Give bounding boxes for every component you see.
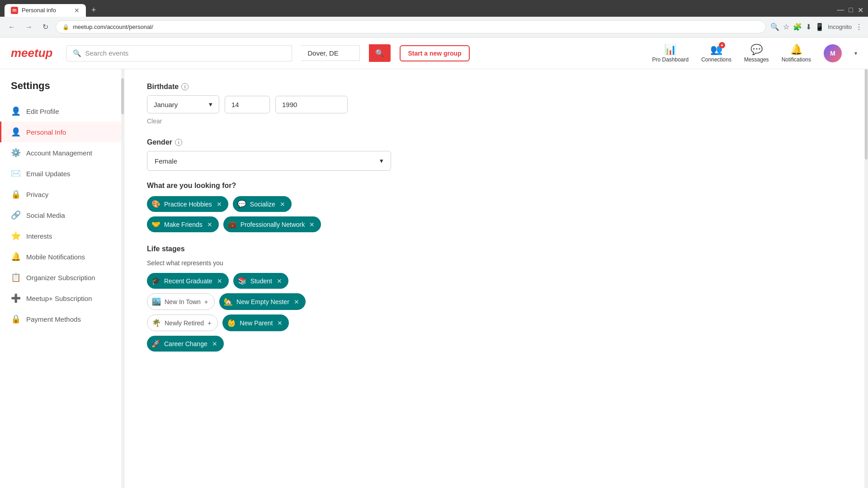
menu-icon[interactable]: ⋮	[855, 23, 863, 31]
birthdate-info-icon[interactable]: i	[181, 83, 189, 90]
notifications-link[interactable]: 🔔 Notifications	[782, 44, 811, 63]
address-bar[interactable]: 🔒 meetup.com/account/personal/	[56, 20, 766, 33]
dashboard-icon: 📊	[664, 44, 676, 56]
forward-button[interactable]: →	[23, 21, 35, 33]
messages-label: Messages	[744, 56, 769, 63]
sidebar-item-edit-profile[interactable]: 👤 Edit Profile	[0, 101, 124, 122]
sidebar-item-meetup-subscription[interactable]: ➕ Meetup+ Subscription	[0, 288, 124, 309]
make-friends-remove-button[interactable]: ✕	[207, 221, 212, 228]
newly-retired-add-button[interactable]: +	[208, 319, 211, 327]
tab-close-button[interactable]: ✕	[74, 7, 80, 14]
life-stages-row4: 🚀 Career Change ✕	[147, 336, 842, 352]
connections-link[interactable]: 👥 ● Connections	[701, 44, 731, 63]
location-bar[interactable]: Dover, DE	[301, 45, 360, 61]
birthdate-year-input[interactable]	[275, 96, 348, 113]
sidebar-item-interests[interactable]: ⭐ Interests	[0, 225, 124, 246]
sidebar-item-organizer-subscription[interactable]: 📋 Organizer Subscription	[0, 267, 124, 288]
maximize-button[interactable]: □	[849, 6, 853, 14]
tag-practice-hobbies[interactable]: 🎨 Practice Hobbies ✕	[147, 196, 228, 212]
sidebar-item-personal-info[interactable]: 👤 Personal Info	[0, 122, 124, 142]
career-change-emoji: 🚀	[151, 339, 160, 348]
download-icon[interactable]: ⬇	[806, 23, 811, 31]
month-value: January	[154, 101, 178, 108]
sidebar-scrollbar-thumb[interactable]	[121, 78, 124, 114]
search-button[interactable]: 🔍	[369, 44, 391, 62]
avatar-chevron[interactable]: ▾	[854, 50, 857, 56]
messages-icon: 💬	[750, 44, 763, 56]
life-stages-title: Life stages	[147, 245, 842, 253]
practice-hobbies-emoji: 🎨	[151, 200, 160, 208]
tag-recent-graduate[interactable]: 🎓 Recent Graduate ✕	[147, 273, 229, 289]
career-change-remove-button[interactable]: ✕	[212, 340, 217, 347]
tag-new-parent[interactable]: 👶 New Parent ✕	[222, 314, 289, 331]
new-parent-remove-button[interactable]: ✕	[277, 319, 283, 327]
sidebar-label-edit-profile: Edit Profile	[26, 108, 59, 115]
new-tab-button[interactable]: +	[88, 4, 100, 17]
month-chevron-icon: ▾	[209, 100, 212, 108]
gender-value: Female	[155, 157, 177, 165]
reload-button[interactable]: ↻	[40, 21, 51, 33]
gender-chevron-icon: ▾	[380, 157, 383, 165]
search-bar-container[interactable]: 🔍 Search events	[66, 45, 292, 61]
main-scrollbar-thumb[interactable]	[865, 69, 868, 160]
lock-icon: 🔒	[62, 24, 69, 30]
connections-label: Connections	[701, 56, 731, 63]
new-empty-nester-remove-button[interactable]: ✕	[294, 298, 299, 305]
birthdate-row: January ▾	[147, 95, 842, 113]
tag-student[interactable]: 📚 Student ✕	[233, 273, 288, 289]
looking-for-tags-row2: 🤝 Make Friends ✕ 💼 Professionally Networ…	[147, 216, 842, 232]
looking-for-title: What are you looking for?	[147, 182, 842, 190]
meetup-logo[interactable]: meetup	[11, 46, 52, 60]
sidebar-item-account-management[interactable]: ⚙️ Account Management	[0, 142, 124, 163]
socialize-remove-button[interactable]: ✕	[280, 201, 285, 208]
start-group-button[interactable]: Start a new group	[400, 45, 469, 61]
birthdate-label: Birthdate i	[147, 83, 842, 91]
practice-hobbies-label: Practice Hobbies	[164, 201, 212, 208]
birthdate-day-input[interactable]	[225, 96, 270, 113]
active-tab[interactable]: m Personal info ✕	[5, 4, 86, 17]
tag-newly-retired[interactable]: 🌴 Newly Retired +	[147, 314, 218, 331]
new-empty-nester-label: New Empty Nester	[236, 298, 289, 305]
sidebar-item-payment-methods[interactable]: 🔒 Payment Methods	[0, 309, 124, 329]
recent-graduate-remove-button[interactable]: ✕	[217, 277, 222, 285]
clear-birthdate-button[interactable]: Clear	[147, 117, 162, 125]
tag-career-change[interactable]: 🚀 Career Change ✕	[147, 336, 224, 352]
social-media-icon: 🔗	[11, 210, 21, 220]
sidebar-item-social-media[interactable]: 🔗 Social Media	[0, 205, 124, 225]
student-remove-button[interactable]: ✕	[277, 277, 282, 285]
tag-make-friends[interactable]: 🤝 Make Friends ✕	[147, 216, 219, 232]
account-management-icon: ⚙️	[11, 148, 21, 158]
sidebar-item-mobile-notifications[interactable]: 🔔 Mobile Notifications	[0, 246, 124, 267]
pro-dashboard-link[interactable]: 📊 Pro Dashboard	[652, 44, 689, 63]
life-stages-subtitle: Select what represents you	[147, 259, 842, 267]
search-toolbar-icon[interactable]: 🔍	[770, 23, 779, 31]
socialize-emoji: 💬	[237, 200, 246, 208]
browser-chrome: m Personal info ✕ + — □ ✕	[0, 0, 868, 17]
new-in-town-add-button[interactable]: +	[204, 298, 208, 305]
life-stages-row1: 🎓 Recent Graduate ✕ 📚 Student ✕	[147, 273, 842, 289]
extensions-icon[interactable]: 🧩	[793, 23, 802, 31]
tab-favicon: m	[11, 7, 18, 14]
student-emoji: 📚	[238, 277, 247, 285]
tag-new-empty-nester[interactable]: 🏡 New Empty Nester ✕	[219, 293, 306, 310]
close-window-button[interactable]: ✕	[858, 6, 863, 14]
sidebar-item-email-updates[interactable]: ✉️ Email Updates	[0, 163, 124, 184]
user-avatar[interactable]: M	[824, 44, 842, 62]
tag-socialize[interactable]: 💬 Socialize ✕	[233, 196, 292, 212]
gender-info-icon[interactable]: i	[175, 139, 182, 146]
gender-select[interactable]: Female ▾	[147, 151, 391, 171]
bookmark-icon[interactable]: ☆	[783, 23, 789, 31]
minimize-button[interactable]: —	[837, 6, 844, 14]
interests-icon: ⭐	[11, 231, 21, 241]
back-button[interactable]: ←	[5, 21, 18, 33]
sidebar-item-privacy[interactable]: 🔒 Privacy	[0, 184, 124, 205]
practice-hobbies-remove-button[interactable]: ✕	[217, 201, 222, 208]
browser-toolbar: ← → ↻ 🔒 meetup.com/account/personal/ 🔍 ☆…	[0, 17, 868, 38]
birthdate-month-select[interactable]: January ▾	[147, 95, 219, 113]
device-icon[interactable]: 📱	[815, 23, 824, 31]
professionally-network-remove-button[interactable]: ✕	[309, 221, 315, 228]
tag-professionally-network[interactable]: 💼 Professionally Network ✕	[223, 216, 321, 232]
messages-link[interactable]: 💬 Messages	[744, 44, 769, 63]
birthdate-section: Birthdate i January ▾ Clear	[147, 83, 842, 136]
tag-new-in-town[interactable]: 🏙️ New In Town +	[147, 293, 215, 310]
